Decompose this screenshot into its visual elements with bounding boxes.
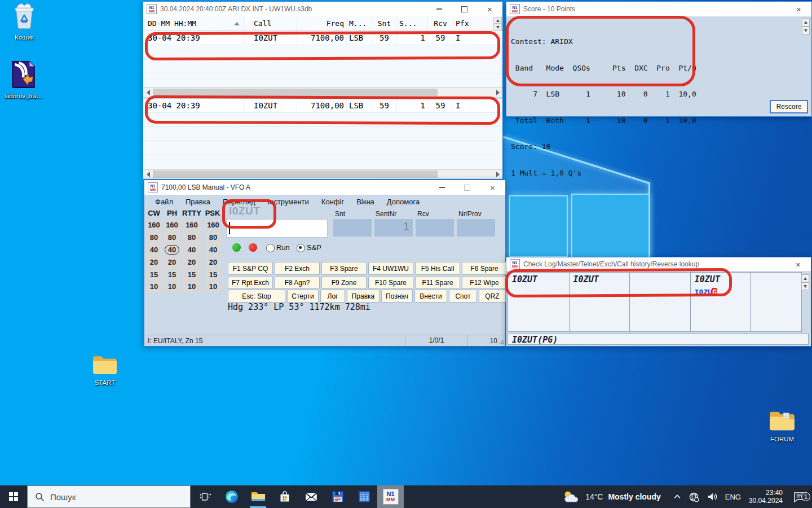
horizontal-scrollbar[interactable] — [143, 87, 502, 97]
entry-window-titlebar[interactable]: N1MM 7100,00 LSB Manual - VFO A × — [144, 180, 505, 195]
scrollbar-thumb[interactable] — [153, 89, 438, 96]
check-column-log[interactable]: I0ZUT — [508, 273, 570, 331]
scroll-left-arrow[interactable] — [143, 88, 152, 97]
column-mode[interactable]: M... — [347, 16, 372, 30]
nrprov-field[interactable] — [457, 219, 495, 237]
fkey-button[interactable]: F6 Spare — [462, 262, 507, 275]
check-column-history[interactable] — [751, 273, 801, 331]
column-datetime[interactable]: DD-MM HH:MM — [143, 16, 244, 30]
desktop-icon-recycle-bin[interactable]: Кошик — [6, 3, 43, 41]
scrollbar-thumb[interactable] — [153, 170, 438, 178]
check-column-master[interactable]: I0ZUT — [570, 273, 630, 331]
menu-windows[interactable]: Вікна — [350, 196, 381, 207]
sp-radio[interactable] — [297, 244, 305, 252]
mark-button[interactable]: Познач — [381, 290, 413, 303]
network-globe-icon[interactable] — [689, 492, 699, 502]
resize-grip[interactable] — [498, 339, 504, 345]
maximize-button[interactable] — [452, 2, 477, 16]
log-row[interactable]: 30-04 20:39 I0ZUT 7100,00 LSB 59 1 59 I — [143, 31, 502, 45]
column-sentnr[interactable]: S... — [397, 16, 428, 30]
desktop-icon-archive-file[interactable]: sidorov_tra... — [5, 60, 42, 99]
band-button-selected[interactable]: 40 — [164, 244, 180, 256]
band-button[interactable]: 80 — [182, 231, 201, 244]
minimize-button[interactable] — [429, 180, 454, 195]
logger-app-button[interactable] — [351, 485, 377, 508]
fkey-button[interactable]: F7 Rpt Exch — [228, 276, 273, 289]
floppy-app-button[interactable] — [324, 485, 351, 508]
band-button[interactable]: 160 — [164, 219, 180, 231]
task-view-button[interactable] — [192, 485, 218, 508]
store-button[interactable] — [271, 485, 298, 508]
band-button[interactable]: 20 — [164, 256, 180, 268]
file-explorer-button[interactable] — [245, 485, 271, 508]
menu-file[interactable]: Файл — [149, 196, 179, 207]
log-window-titlebar[interactable]: N1MM 30.04.2024 20:40:00Z ARI DX INT - U… — [143, 2, 502, 16]
log-row[interactable]: 30-04 20:39 I0ZUT 7100,00 LSB 59 1 59 I — [143, 99, 502, 113]
band-button[interactable]: 160 — [182, 219, 201, 231]
fkey-button[interactable]: F8 Agn? — [275, 276, 320, 289]
fkey-button[interactable]: F3 Spare — [321, 262, 367, 275]
taskbar-search[interactable]: Пошук — [27, 485, 191, 508]
log-table-header[interactable]: DD-MM HH:MM Call Freq M... Snt S... Rcv … — [143, 16, 502, 31]
n1mm-taskbar-button[interactable]: N1MM — [377, 485, 404, 508]
band-button[interactable]: 160 — [146, 219, 162, 231]
fkey-button[interactable]: F9 Zone — [321, 276, 367, 289]
column-pfx[interactable]: Pfx — [453, 16, 470, 30]
check-call-suggestion[interactable]: I0ZUG — [695, 288, 717, 296]
menu-config[interactable]: Конфіг — [315, 196, 350, 207]
fkey-button[interactable]: F1 S&P CQ — [228, 262, 273, 275]
rescore-button[interactable]: Rescore — [770, 100, 808, 113]
band-button[interactable]: 15 — [146, 268, 162, 281]
edge-browser-button[interactable] — [218, 485, 245, 508]
qrz-button[interactable]: QRZ — [479, 290, 506, 303]
band-button[interactable]: 15 — [182, 268, 201, 281]
band-button[interactable]: 10 — [164, 281, 180, 293]
score-window-titlebar[interactable]: N1MM Score - 10 Points × — [506, 2, 811, 16]
taskbar-clock[interactable]: 23:40 30.04.2024 — [745, 489, 786, 505]
column-snt[interactable]: Snt — [372, 16, 397, 30]
minimize-button[interactable] — [426, 2, 452, 16]
band-button[interactable]: 10 — [182, 281, 201, 293]
fkey-button[interactable]: F12 Wipe — [462, 276, 507, 289]
weather-widget[interactable]: 14°C Mostly cloudy — [554, 490, 669, 503]
check-column-telnet[interactable] — [630, 273, 691, 331]
store-button[interactable]: Внести — [414, 290, 447, 303]
fkey-button[interactable]: F2 Exch — [275, 262, 320, 275]
header-spin-control[interactable] — [493, 17, 502, 30]
band-button[interactable]: 10 — [146, 281, 162, 293]
start-button[interactable] — [0, 485, 27, 508]
check-spin-control[interactable] — [801, 274, 809, 290]
column-rcv[interactable]: Rcv — [428, 16, 453, 30]
band-button[interactable]: 40 — [205, 244, 222, 256]
sp-radio-label[interactable]: S&P — [307, 243, 321, 252]
band-button[interactable]: 80 — [164, 231, 180, 244]
show-hidden-icons-chevron[interactable] — [673, 493, 681, 500]
band-button[interactable]: 80 — [146, 231, 162, 244]
close-button[interactable]: × — [785, 257, 811, 271]
volume-icon[interactable] — [707, 492, 718, 502]
fkey-button[interactable]: F4 UW1WU — [368, 262, 413, 275]
column-freq[interactable]: Freq — [297, 16, 347, 30]
score-spin-control[interactable] — [802, 18, 810, 35]
scroll-right-arrow[interactable] — [493, 170, 502, 178]
band-button[interactable]: 160 — [205, 219, 222, 231]
close-button[interactable]: × — [477, 2, 502, 16]
close-button[interactable]: × — [786, 2, 811, 16]
esc-stop-button[interactable]: Esc: Stop — [228, 290, 285, 303]
menu-edit[interactable]: Правка — [179, 196, 217, 207]
band-button[interactable]: 20 — [146, 256, 162, 268]
check-column-exch[interactable]: I0ZUT I0ZUG — [691, 273, 751, 331]
run-radio[interactable] — [266, 244, 275, 252]
band-button[interactable]: 10 — [205, 281, 222, 293]
horizontal-scrollbar[interactable] — [143, 169, 502, 179]
run-radio-label[interactable]: Run — [276, 243, 290, 252]
sentnr-field[interactable]: 1 — [374, 219, 413, 237]
check-window-titlebar[interactable]: N1MM Check Log/Master/Telnet/Exch/Call h… — [506, 257, 811, 271]
snt-field[interactable] — [333, 219, 372, 237]
edit-button[interactable]: Правка — [347, 290, 379, 303]
action-center-button[interactable]: 1 — [786, 485, 812, 508]
band-button[interactable]: 20 — [205, 256, 222, 268]
column-call[interactable]: Call — [244, 16, 297, 30]
band-button[interactable]: 20 — [182, 256, 201, 268]
scroll-right-arrow[interactable] — [493, 88, 502, 97]
